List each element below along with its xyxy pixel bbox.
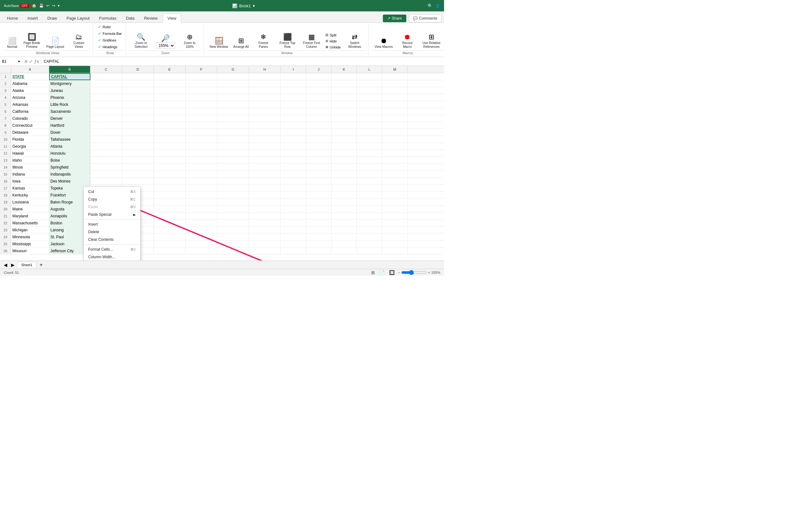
cell-empty[interactable] — [186, 157, 217, 164]
page-layout-view-icon[interactable]: 📄 — [378, 270, 386, 275]
cell-empty[interactable] — [332, 94, 357, 101]
cell-empty[interactable] — [306, 164, 332, 171]
cell-empty[interactable] — [90, 150, 122, 157]
tab-review[interactable]: Review — [140, 14, 162, 22]
cell-state[interactable]: Mississippi — [11, 240, 49, 247]
cell-state[interactable]: Arizona — [11, 94, 49, 101]
cell-empty[interactable] — [249, 101, 281, 108]
table-row[interactable]: 4ArizonaPhoenix — [0, 94, 444, 101]
cell-empty[interactable] — [306, 115, 332, 122]
cell-empty[interactable] — [90, 94, 122, 101]
cell-empty[interactable] — [122, 115, 154, 122]
cell-capital[interactable]: Boise — [49, 157, 90, 164]
cell-state[interactable]: Michigan — [11, 227, 49, 233]
cell-empty[interactable] — [382, 73, 408, 80]
cell-empty[interactable] — [154, 157, 186, 164]
cell-empty[interactable] — [357, 192, 382, 199]
table-row[interactable]: 1STATECAPITAL — [0, 73, 444, 80]
cell-empty[interactable] — [217, 108, 249, 115]
cell-capital[interactable]: Juneau — [49, 87, 90, 94]
cell-empty[interactable] — [382, 101, 408, 108]
cell-state[interactable]: Colorado — [11, 115, 49, 122]
cell-state[interactable]: Georgia — [11, 143, 49, 150]
cell-empty[interactable] — [249, 192, 281, 199]
menu-copy[interactable]: Copy ⌘C — [84, 195, 140, 203]
table-row[interactable]: 13IdahoBoise — [0, 157, 444, 164]
cell-empty[interactable] — [186, 247, 217, 255]
menu-column-width[interactable]: Column Width... — [84, 253, 140, 261]
cell-empty[interactable] — [122, 108, 154, 115]
cell-empty[interactable] — [281, 129, 306, 136]
cell-empty[interactable] — [357, 233, 382, 240]
tab-formulas[interactable]: Formulas — [95, 14, 121, 22]
cell-empty[interactable] — [90, 108, 122, 115]
home-icon[interactable]: 🏠 — [32, 3, 37, 8]
cell-empty[interactable] — [357, 240, 382, 247]
cell-empty[interactable] — [186, 94, 217, 101]
cell-empty[interactable] — [357, 199, 382, 206]
cell-empty[interactable] — [249, 178, 281, 185]
cell-empty[interactable] — [382, 136, 408, 143]
cell-empty[interactable] — [217, 178, 249, 185]
cell-empty[interactable] — [306, 122, 332, 129]
cell-empty[interactable] — [382, 164, 408, 171]
menu-delete[interactable]: Delete — [84, 228, 140, 236]
cell-empty[interactable] — [332, 227, 357, 233]
cell-empty[interactable] — [281, 171, 306, 178]
freeze-top-row-button[interactable]: ⬛ Freeze Top Row — [276, 33, 299, 50]
cell-empty[interactable] — [357, 129, 382, 136]
cell-empty[interactable] — [249, 247, 281, 255]
cell-empty[interactable] — [382, 108, 408, 115]
cell-empty[interactable] — [122, 136, 154, 143]
cell-empty[interactable] — [281, 94, 306, 101]
cell-capital[interactable]: Tallahassee — [49, 136, 90, 143]
cell-empty[interactable] — [217, 73, 249, 80]
cell-capital[interactable]: Des Moines — [49, 178, 90, 185]
cell-empty[interactable] — [154, 108, 186, 115]
cell-empty[interactable] — [186, 199, 217, 206]
cell-empty[interactable] — [306, 206, 332, 213]
cell-state[interactable]: Hawaii — [11, 150, 49, 157]
unhide-button[interactable]: ⊕ Unhide — [324, 44, 342, 50]
cell-empty[interactable] — [281, 185, 306, 192]
cell-state[interactable]: Minnesota — [11, 233, 49, 240]
cell-empty[interactable] — [281, 80, 306, 87]
cell-empty[interactable] — [332, 143, 357, 150]
cell-empty[interactable] — [332, 192, 357, 199]
page-layout-button[interactable]: 📄 Page Layout — [44, 37, 66, 50]
cell-empty[interactable] — [186, 129, 217, 136]
cell-empty[interactable] — [357, 178, 382, 185]
cell-empty[interactable] — [122, 87, 154, 94]
cell-empty[interactable] — [357, 171, 382, 178]
cell-empty[interactable] — [332, 122, 357, 129]
page-break-preview-button[interactable]: 🔲 Page Break Preview — [20, 33, 43, 50]
cell-state[interactable]: Massachusetts — [11, 220, 49, 227]
cell-empty[interactable] — [90, 101, 122, 108]
table-row[interactable]: 9DelawareDover — [0, 129, 444, 136]
cell-empty[interactable] — [306, 150, 332, 157]
cell-empty[interactable] — [357, 164, 382, 171]
title-chevron[interactable]: ▾ — [253, 3, 255, 8]
cell-empty[interactable] — [332, 129, 357, 136]
switch-windows-button[interactable]: ⇄ Switch Windows — [343, 33, 366, 50]
cell-empty[interactable] — [306, 192, 332, 199]
cell-empty[interactable] — [122, 101, 154, 108]
cell-empty[interactable] — [122, 171, 154, 178]
cell-empty[interactable] — [217, 213, 249, 220]
cell-empty[interactable] — [281, 157, 306, 164]
cell-empty[interactable] — [90, 115, 122, 122]
normal-view-icon[interactable]: ⊞ — [370, 270, 376, 275]
cell-empty[interactable] — [357, 247, 382, 255]
cell-empty[interactable] — [306, 101, 332, 108]
cell-empty[interactable] — [249, 213, 281, 220]
table-row[interactable]: 18KentuckyFrankfort — [0, 192, 444, 199]
cell-empty[interactable] — [306, 227, 332, 233]
cell-empty[interactable] — [249, 150, 281, 157]
view-macros-button[interactable]: ⏺ View Macros — [373, 37, 395, 50]
col-header-i[interactable]: I — [281, 66, 306, 73]
cell-empty[interactable] — [217, 87, 249, 94]
table-row[interactable]: 11GeorgiaAtlanta — [0, 143, 444, 150]
cell-empty[interactable] — [90, 171, 122, 178]
cell-empty[interactable] — [122, 143, 154, 150]
cell-empty[interactable] — [382, 192, 408, 199]
